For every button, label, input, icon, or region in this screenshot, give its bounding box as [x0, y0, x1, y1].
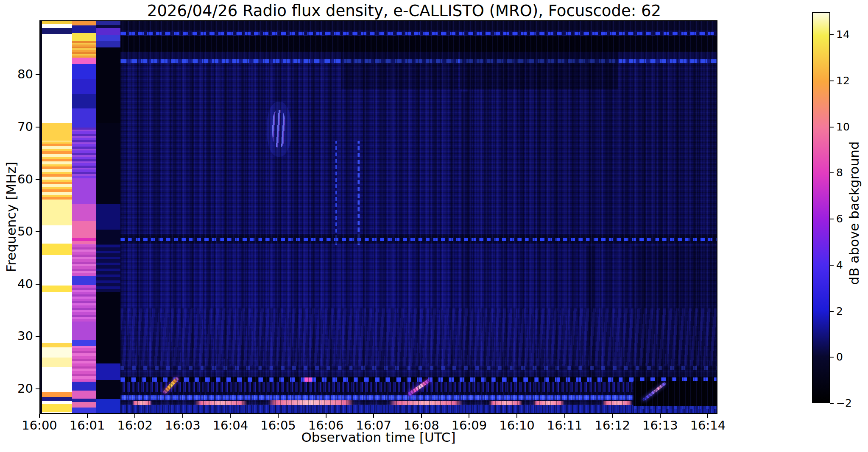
- x-tick-mark: [469, 414, 469, 418]
- x-tick-mark: [39, 414, 40, 418]
- col-dark-attenuated-band: [96, 380, 120, 399]
- col-dark-attenuated-band: [96, 399, 120, 414]
- col-pink-attenuated-band: [72, 33, 96, 41]
- col-dark-attenuated-band: [96, 25, 120, 28]
- col-dark-attenuated-band: [96, 123, 120, 204]
- col-pink-attenuated-band: [72, 108, 96, 127]
- y-tick-mark: [36, 336, 39, 337]
- col-saturated-white-band: [42, 286, 72, 292]
- colorbar-tick-label: 2: [836, 305, 866, 317]
- colorbar-tick-label: 8: [836, 166, 866, 179]
- col-pink-attenuated-band: [72, 128, 96, 178]
- x-tick-mark: [516, 414, 517, 418]
- col-pink-attenuated-band: [72, 241, 96, 244]
- col-dark-attenuated-band: [96, 41, 120, 47]
- y-tick-label: 40: [3, 277, 33, 291]
- colorbar-tick-mark: [830, 127, 834, 128]
- x-tick-mark: [707, 414, 708, 418]
- col-saturated-white-band: [42, 255, 72, 286]
- col-saturated-white-band: [42, 21, 72, 24]
- colorbar-tick-mark: [830, 357, 834, 358]
- col-pink-attenuated-band: [72, 346, 96, 382]
- y-tick-mark: [36, 388, 39, 389]
- col-saturated-white-band: [42, 24, 72, 28]
- col-pink-attenuated-band: [72, 382, 96, 391]
- col-pink-attenuated-band: [72, 64, 96, 79]
- col-pink-attenuated-band: [72, 79, 96, 94]
- y-tick-label: 30: [3, 329, 33, 343]
- col-saturated-white-band: [42, 292, 72, 343]
- col-saturated-white-band: [42, 225, 72, 244]
- col-saturated-white-band: [42, 28, 72, 34]
- x-tick-mark: [230, 414, 231, 418]
- col-dark-attenuated-band: [96, 28, 120, 35]
- col-pink-attenuated-band: [72, 25, 96, 33]
- col-pink-attenuated-band: [72, 402, 96, 407]
- colorbar-tick-mark: [830, 311, 834, 312]
- spectrogram-figure: 2026/04/26 Radio flux density, e-CALLIST…: [0, 0, 868, 452]
- colorbar-tick-label: 14: [836, 28, 866, 41]
- y-tick-label: 70: [3, 119, 33, 134]
- x-tick-mark: [87, 414, 88, 418]
- y-tick-mark: [36, 231, 39, 232]
- y-tick-label: 20: [3, 381, 33, 396]
- y-tick-label: 80: [3, 67, 33, 81]
- col-pink-attenuated-band: [72, 322, 96, 340]
- x-tick-mark: [134, 414, 135, 418]
- col-saturated-white-band: [42, 141, 72, 200]
- col-dark-attenuated-band: [96, 35, 120, 41]
- col-pink-attenuated-band: [72, 238, 96, 241]
- y-tick-mark: [36, 74, 39, 75]
- colorbar-tick-mark: [830, 403, 834, 404]
- col-saturated-white-band: [42, 412, 72, 414]
- col-dark-attenuated-band: [96, 204, 120, 230]
- chart-title: 2026/04/26 Radio flux density, e-CALLIST…: [39, 2, 769, 20]
- col-dark-attenuated-band: [96, 21, 120, 25]
- x-tick-mark: [373, 414, 374, 418]
- colorbar-tick-mark: [830, 80, 834, 81]
- col-pink-attenuated-band: [72, 221, 96, 238]
- col-dark-attenuated-band: [96, 292, 120, 363]
- col-pink-attenuated-band: [72, 178, 96, 204]
- colorbar-tick-label: 0: [836, 351, 866, 363]
- col-saturated-white-band: [42, 34, 72, 123]
- y-tick-mark: [36, 127, 39, 128]
- col-saturated-white-band: [42, 123, 72, 141]
- x-tick-mark: [612, 414, 613, 418]
- col-saturated-white-band: [42, 358, 72, 367]
- col-saturated-white-band: [42, 397, 72, 401]
- x-tick-mark: [182, 414, 183, 418]
- col-pink-attenuated-band: [72, 204, 96, 221]
- x-tick-mark: [421, 414, 422, 418]
- colorbar-tick-mark: [830, 34, 834, 35]
- col-pink-attenuated-band: [72, 244, 96, 276]
- spectrogram-plot-area: [39, 20, 717, 414]
- col-pink-attenuated-band: [72, 391, 96, 399]
- colorbar-tick-label: −2: [836, 397, 866, 409]
- x-tick-mark: [660, 414, 661, 418]
- colorbar: [812, 12, 830, 403]
- col-pink-attenuated-band: [72, 408, 96, 414]
- col-dark-attenuated-band: [96, 47, 120, 123]
- x-tick-mark: [278, 414, 279, 418]
- col-dark-attenuated-band: [96, 230, 120, 244]
- col-saturated-white-band: [42, 392, 72, 397]
- colorbar-tick-label: 12: [836, 75, 866, 87]
- col-saturated-white-band: [42, 404, 72, 411]
- x-tick-mark: [326, 414, 327, 418]
- colorbar-tick-mark: [830, 172, 834, 173]
- col-pink-attenuated-band: [72, 94, 96, 109]
- vertical-noise-texture: [120, 21, 717, 413]
- col-pink-attenuated-band: [72, 21, 96, 25]
- col-pink-attenuated-band: [72, 285, 96, 322]
- col-pink-attenuated-band: [72, 340, 96, 346]
- y-tick-label: 60: [3, 172, 33, 186]
- y-tick-mark: [36, 284, 39, 285]
- colorbar-tick-label: 4: [836, 259, 866, 271]
- col-dark-attenuated-band: [96, 363, 120, 380]
- colorbar-tick-mark: [830, 265, 834, 266]
- col-pink-attenuated-band: [72, 399, 96, 402]
- colorbar-tick-label: 6: [836, 213, 866, 225]
- col-pink-attenuated-band: [72, 41, 96, 58]
- x-tick-label: 16:14: [678, 418, 737, 433]
